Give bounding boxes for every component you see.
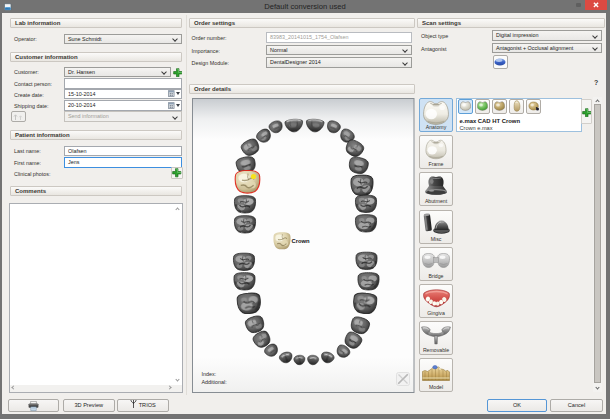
svg-text:Index:: Index: <box>202 370 217 376</box>
svg-text:Crown: Crown <box>292 238 310 244</box>
svg-text:Additional:: Additional: <box>202 379 227 385</box>
